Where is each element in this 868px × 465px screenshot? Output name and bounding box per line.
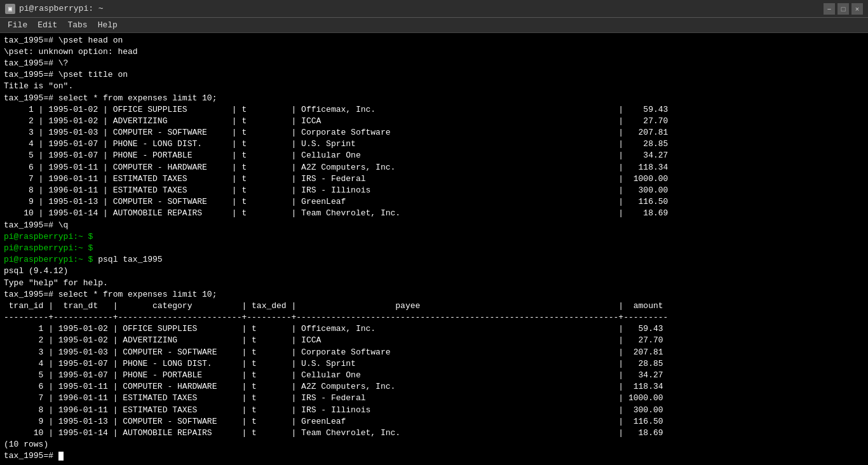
minimize-button[interactable]: − (824, 3, 835, 15)
terminal-line: tax_1995=# select * from expenses limit … (4, 289, 864, 300)
terminal-line: 6 | 1995-01-11 | COMPUTER - HARDWARE | t… (4, 162, 864, 173)
terminal-line: 10 | 1995-01-14 | AUTOMOBILE REPAIRS | t… (4, 208, 864, 219)
terminal-line: 3 | 1995-01-03 | COMPUTER - SOFTWARE | t… (4, 127, 864, 138)
terminal-line: 8 | 1996-01-11 | ESTIMATED TAXES | t | I… (4, 185, 864, 196)
title-bar-left: ▣ pi@raspberrypi: ~ (5, 4, 104, 14)
terminal-window: ▣ pi@raspberrypi: ~ − □ × FileEditTabsHe… (0, 0, 868, 465)
terminal-line: 4 | 1995-01-07 | PHONE - LONG DIST. | t … (4, 358, 864, 370)
terminal-cursor (58, 452, 64, 461)
terminal-line: 7 | 1996-01-11 | ESTIMATED TAXES | t | I… (4, 393, 864, 404)
title-bar: ▣ pi@raspberrypi: ~ − □ × (0, 0, 868, 18)
terminal-line: 6 | 1995-01-11 | COMPUTER - HARDWARE | t… (4, 381, 864, 393)
terminal-line: 7 | 1996-01-11 | ESTIMATED TAXES | t | I… (4, 173, 864, 185)
terminal-line: 2 | 1995-01-02 | ADVERTIZING | t | ICCA … (4, 335, 864, 346)
close-button[interactable]: × (851, 3, 863, 15)
terminal-line: tax_1995=# \q (4, 220, 864, 231)
terminal-line: 3 | 1995-01-03 | COMPUTER - SOFTWARE | t… (4, 347, 864, 358)
terminal-line: 5 | 1995-01-07 | PHONE - PORTABLE | t | … (4, 370, 864, 381)
menu-item-edit[interactable]: Edit (32, 19, 62, 31)
terminal-line: (10 rows) (4, 439, 864, 450)
terminal-line: psql (9.4.12) (4, 266, 864, 277)
terminal-line: 1 | 1995-01-02 | OFFICE SUPPLIES | t | O… (4, 104, 864, 116)
menu-item-tabs[interactable]: Tabs (62, 19, 92, 31)
terminal-line: 5 | 1995-01-07 | PHONE - PORTABLE | t | … (4, 150, 864, 161)
maximize-button[interactable]: □ (837, 3, 849, 15)
terminal-line: 4 | 1995-01-07 | PHONE - LONG DIST. | t … (4, 138, 864, 150)
terminal-line: Title is "on". (4, 81, 864, 92)
terminal-line: 1 | 1995-01-02 | OFFICE SUPPLIES | t | O… (4, 323, 864, 335)
terminal-line: tran_id | tran_dt | category | tax_ded |… (4, 300, 864, 312)
terminal-line: pi@raspberrypi:~ $ (4, 231, 864, 243)
terminal-line: tax_1995=# select * from expenses limit … (4, 93, 864, 104)
terminal-line: 2 | 1995-01-02 | ADVERTIZING | t | ICCA … (4, 116, 864, 127)
window-controls: − □ × (824, 3, 863, 15)
terminal-line: 8 | 1996-01-11 | ESTIMATED TAXES | t | I… (4, 405, 864, 416)
terminal-line: tax_1995=# \? (4, 58, 864, 69)
menu-item-file[interactable]: File (3, 19, 32, 31)
window-title: pi@raspberrypi: ~ (19, 4, 104, 13)
terminal-line: ---------+------------+-----------------… (4, 312, 864, 323)
terminal-line: 9 | 1995-01-13 | COMPUTER - SOFTWARE | t… (4, 196, 864, 208)
terminal-line: tax_1995=# \pset head on (4, 35, 864, 46)
terminal-line: \pset: unknown option: head (4, 46, 864, 58)
terminal-line: 10 | 1995-01-14 | AUTOMOBILE REPAIRS | t… (4, 428, 864, 439)
terminal-line: pi@raspberrypi:~ $ psql tax_1995 (4, 254, 864, 266)
terminal-content[interactable]: 8 | 1996-01-11 | ESTIMATED TAXES | t | I… (0, 33, 868, 465)
terminal-line: tax_1995=# (4, 450, 864, 462)
terminal-line: 9 | 1995-01-13 | COMPUTER - SOFTWARE | t… (4, 416, 864, 428)
terminal-line: Type "help" for help. (4, 278, 864, 289)
menu-bar: FileEditTabsHelp (0, 18, 868, 33)
menu-item-help[interactable]: Help (93, 19, 123, 31)
terminal-line: tax_1995=# \pset title on (4, 69, 864, 81)
terminal-line: pi@raspberrypi:~ $ (4, 243, 864, 254)
terminal-icon: ▣ (5, 4, 15, 14)
